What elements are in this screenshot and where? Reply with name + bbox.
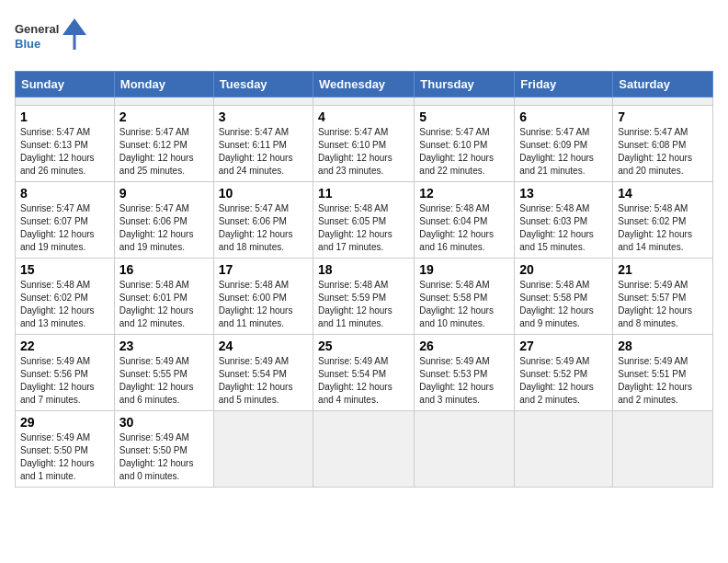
- day-detail: Sunrise: 5:49 AMSunset: 5:50 PMDaylight:…: [20, 431, 109, 483]
- calendar-cell: 9Sunrise: 5:47 AMSunset: 6:06 PMDaylight…: [114, 182, 213, 259]
- day-detail: Sunrise: 5:47 AMSunset: 6:13 PMDaylight:…: [20, 126, 109, 178]
- day-number: 1: [20, 109, 109, 124]
- calendar-cell: 26Sunrise: 5:49 AMSunset: 5:53 PMDayligh…: [415, 335, 515, 411]
- calendar-cell: [613, 98, 713, 106]
- day-detail: Sunrise: 5:47 AMSunset: 6:07 PMDaylight:…: [20, 202, 109, 254]
- day-detail: Sunrise: 5:48 AMSunset: 5:58 PMDaylight:…: [519, 279, 608, 330]
- day-detail: Sunrise: 5:48 AMSunset: 5:59 PMDaylight:…: [318, 279, 409, 330]
- day-number: 9: [119, 186, 209, 201]
- day-detail: Sunrise: 5:49 AMSunset: 5:50 PMDaylight:…: [119, 431, 209, 483]
- calendar-cell: 19Sunrise: 5:48 AMSunset: 5:58 PMDayligh…: [415, 259, 515, 335]
- calendar-cell: [613, 411, 713, 488]
- calendar-cell: 11Sunrise: 5:48 AMSunset: 6:05 PMDayligh…: [313, 182, 415, 259]
- calendar-body: 1Sunrise: 5:47 AMSunset: 6:13 PMDaylight…: [16, 98, 713, 488]
- calendar-cell: [313, 411, 415, 488]
- calendar-table: SundayMondayTuesdayWednesdayThursdayFrid…: [15, 71, 713, 488]
- day-number: 27: [519, 339, 608, 353]
- day-number: 3: [219, 109, 308, 124]
- day-number: 14: [618, 186, 708, 201]
- day-detail: Sunrise: 5:49 AMSunset: 5:55 PMDaylight:…: [119, 355, 209, 407]
- calendar-cell: [213, 98, 313, 106]
- day-detail: Sunrise: 5:49 AMSunset: 5:56 PMDaylight:…: [20, 355, 109, 407]
- day-number: 26: [419, 339, 509, 353]
- day-detail: Sunrise: 5:48 AMSunset: 6:00 PMDaylight:…: [219, 279, 308, 330]
- calendar-cell: 12Sunrise: 5:48 AMSunset: 6:04 PMDayligh…: [415, 182, 515, 259]
- calendar-cell: [213, 411, 313, 488]
- day-detail: Sunrise: 5:48 AMSunset: 6:02 PMDaylight:…: [618, 202, 708, 254]
- calendar-cell: 2Sunrise: 5:47 AMSunset: 6:12 PMDaylight…: [114, 106, 213, 182]
- calendar-cell: 17Sunrise: 5:48 AMSunset: 6:00 PMDayligh…: [213, 259, 313, 335]
- day-detail: Sunrise: 5:48 AMSunset: 6:05 PMDaylight:…: [318, 202, 409, 254]
- calendar-header-row: SundayMondayTuesdayWednesdayThursdayFrid…: [16, 72, 713, 98]
- calendar-cell: [515, 98, 613, 106]
- calendar-cell: 6Sunrise: 5:47 AMSunset: 6:09 PMDaylight…: [515, 106, 613, 182]
- calendar-cell: 15Sunrise: 5:48 AMSunset: 6:02 PMDayligh…: [16, 259, 115, 335]
- day-number: 6: [519, 109, 608, 124]
- day-detail: Sunrise: 5:49 AMSunset: 5:54 PMDaylight:…: [219, 355, 308, 407]
- header: General Blue: [15, 15, 713, 60]
- day-number: 8: [20, 186, 109, 201]
- calendar-cell: 5Sunrise: 5:47 AMSunset: 6:10 PMDaylight…: [415, 106, 515, 182]
- header-day-saturday: Saturday: [613, 72, 713, 98]
- day-number: 7: [618, 109, 708, 124]
- calendar-cell: 14Sunrise: 5:48 AMSunset: 6:02 PMDayligh…: [613, 182, 713, 259]
- day-detail: Sunrise: 5:48 AMSunset: 5:58 PMDaylight:…: [419, 279, 509, 330]
- svg-text:Blue: Blue: [15, 37, 40, 51]
- week-row-0: [16, 98, 713, 106]
- logo: General Blue: [15, 15, 88, 60]
- day-number: 11: [318, 186, 409, 201]
- day-number: 21: [618, 262, 708, 277]
- calendar-cell: 7Sunrise: 5:47 AMSunset: 6:08 PMDaylight…: [613, 106, 713, 182]
- calendar-cell: 3Sunrise: 5:47 AMSunset: 6:11 PMDaylight…: [213, 106, 313, 182]
- day-number: 17: [219, 262, 308, 277]
- calendar-cell: 18Sunrise: 5:48 AMSunset: 5:59 PMDayligh…: [313, 259, 415, 335]
- day-detail: Sunrise: 5:49 AMSunset: 5:51 PMDaylight:…: [618, 355, 708, 407]
- week-row-5: 29Sunrise: 5:49 AMSunset: 5:50 PMDayligh…: [16, 411, 713, 488]
- day-detail: Sunrise: 5:47 AMSunset: 6:06 PMDaylight:…: [219, 202, 308, 254]
- calendar-cell: 22Sunrise: 5:49 AMSunset: 5:56 PMDayligh…: [16, 335, 115, 411]
- day-number: 12: [419, 186, 509, 201]
- day-number: 28: [618, 339, 708, 353]
- header-day-monday: Monday: [114, 72, 213, 98]
- calendar-cell: [313, 98, 415, 106]
- calendar-cell: 23Sunrise: 5:49 AMSunset: 5:55 PMDayligh…: [114, 335, 213, 411]
- day-number: 2: [119, 109, 209, 124]
- header-day-tuesday: Tuesday: [213, 72, 313, 98]
- calendar-cell: 8Sunrise: 5:47 AMSunset: 6:07 PMDaylight…: [16, 182, 115, 259]
- calendar-cell: [16, 98, 115, 106]
- header-day-sunday: Sunday: [16, 72, 115, 98]
- calendar-cell: [415, 411, 515, 488]
- day-number: 10: [219, 186, 308, 201]
- calendar-cell: 28Sunrise: 5:49 AMSunset: 5:51 PMDayligh…: [613, 335, 713, 411]
- day-number: 19: [419, 262, 509, 277]
- day-number: 18: [318, 262, 409, 277]
- header-day-thursday: Thursday: [415, 72, 515, 98]
- calendar-cell: 13Sunrise: 5:48 AMSunset: 6:03 PMDayligh…: [515, 182, 613, 259]
- week-row-1: 1Sunrise: 5:47 AMSunset: 6:13 PMDaylight…: [16, 106, 713, 182]
- day-number: 25: [318, 339, 409, 353]
- calendar-cell: 16Sunrise: 5:48 AMSunset: 6:01 PMDayligh…: [114, 259, 213, 335]
- calendar-cell: 21Sunrise: 5:49 AMSunset: 5:57 PMDayligh…: [613, 259, 713, 335]
- calendar-cell: 1Sunrise: 5:47 AMSunset: 6:13 PMDaylight…: [16, 106, 115, 182]
- day-detail: Sunrise: 5:47 AMSunset: 6:09 PMDaylight:…: [519, 126, 608, 178]
- calendar-cell: 29Sunrise: 5:49 AMSunset: 5:50 PMDayligh…: [16, 411, 115, 488]
- day-number: 13: [519, 186, 608, 201]
- calendar-cell: [515, 411, 613, 488]
- day-detail: Sunrise: 5:47 AMSunset: 6:11 PMDaylight:…: [219, 126, 308, 178]
- calendar-cell: 27Sunrise: 5:49 AMSunset: 5:52 PMDayligh…: [515, 335, 613, 411]
- svg-text:General: General: [15, 22, 59, 36]
- day-detail: Sunrise: 5:48 AMSunset: 6:04 PMDaylight:…: [419, 202, 509, 254]
- day-detail: Sunrise: 5:47 AMSunset: 6:10 PMDaylight:…: [419, 126, 509, 178]
- week-row-4: 22Sunrise: 5:49 AMSunset: 5:56 PMDayligh…: [16, 335, 713, 411]
- day-detail: Sunrise: 5:49 AMSunset: 5:52 PMDaylight:…: [519, 355, 608, 407]
- svg-marker-2: [63, 18, 86, 35]
- day-number: 20: [519, 262, 608, 277]
- calendar-cell: 20Sunrise: 5:48 AMSunset: 5:58 PMDayligh…: [515, 259, 613, 335]
- day-detail: Sunrise: 5:47 AMSunset: 6:06 PMDaylight:…: [119, 202, 209, 254]
- week-row-3: 15Sunrise: 5:48 AMSunset: 6:02 PMDayligh…: [16, 259, 713, 335]
- calendar-cell: [415, 98, 515, 106]
- day-detail: Sunrise: 5:47 AMSunset: 6:10 PMDaylight:…: [318, 126, 409, 178]
- day-detail: Sunrise: 5:47 AMSunset: 6:12 PMDaylight:…: [119, 126, 209, 178]
- logo-text: General Blue: [15, 15, 88, 60]
- week-row-2: 8Sunrise: 5:47 AMSunset: 6:07 PMDaylight…: [16, 182, 713, 259]
